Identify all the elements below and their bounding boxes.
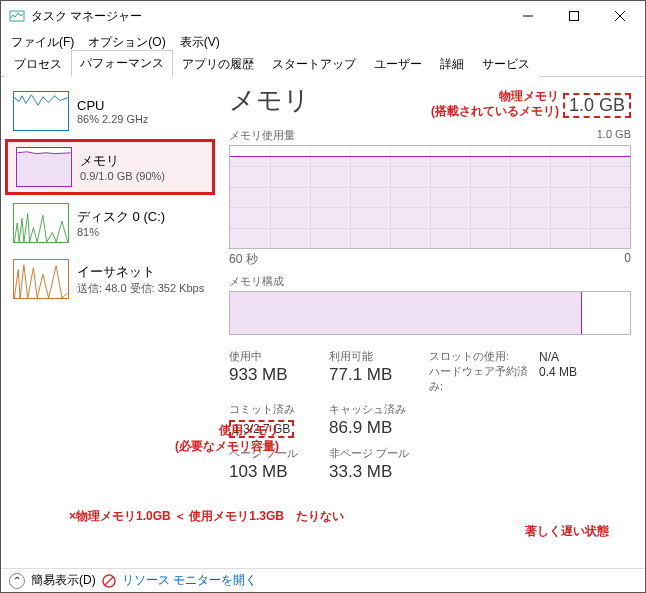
inuse-label: 使用中: [229, 349, 329, 364]
window-title: タスク マネージャー: [31, 8, 505, 25]
menu-file[interactable]: ファイル(F): [5, 32, 80, 53]
tab-processes[interactable]: プロセス: [5, 51, 71, 77]
tab-details[interactable]: 詳細: [431, 51, 473, 77]
close-button[interactable]: [597, 1, 643, 31]
annotation-physical: 物理メモリ (搭載されているメモリ): [431, 89, 559, 118]
axis-right: 0: [624, 251, 631, 268]
memory-composition-chart: [229, 291, 631, 335]
tab-performance[interactable]: パフォーマンス: [71, 50, 173, 77]
titlebar: タスク マネージャー: [1, 1, 645, 31]
tabbar: プロセス パフォーマンス アプリの履歴 スタートアップ ユーザー 詳細 サービス: [1, 53, 645, 77]
sidebar-item-memory[interactable]: メモリ0.9/1.0 GB (90%): [5, 139, 215, 195]
resmon-icon: [102, 574, 116, 588]
cache-val: 86.9 MB: [329, 418, 429, 438]
sidebar-item-cpu[interactable]: CPU86% 2.29 GHz: [5, 83, 215, 139]
composition-label: メモリ構成: [229, 274, 631, 289]
usage-label: メモリ使用量: [229, 128, 295, 143]
cpu-sub: 86% 2.29 GHz: [77, 113, 149, 125]
sidebar-item-disk[interactable]: ディスク 0 (C:)81%: [5, 195, 215, 251]
page-title: メモリ: [229, 83, 310, 118]
ethernet-thumb: [13, 259, 69, 299]
cpu-name: CPU: [77, 98, 149, 113]
app-icon: [9, 8, 25, 24]
ethernet-sub: 送信: 48.0 受信: 352 Kbps: [77, 281, 204, 296]
resmon-link[interactable]: リソース モニターを開く: [122, 572, 257, 589]
footer: ⌃ 簡易表示(D) リソース モニターを開く: [1, 568, 645, 592]
main-panel: メモリ 物理メモリ (搭載されているメモリ) 1.0 GB メモリ使用量 1.0…: [219, 77, 645, 568]
collapse-icon[interactable]: ⌃: [9, 573, 25, 589]
sidebar: CPU86% 2.29 GHz メモリ0.9/1.0 GB (90%) ディスク…: [1, 77, 219, 568]
tab-services[interactable]: サービス: [473, 51, 539, 77]
memory-sub: 0.9/1.0 GB (90%): [80, 170, 165, 182]
maximize-button[interactable]: [551, 1, 597, 31]
nonpaged-label: 非ページ プール: [329, 446, 429, 461]
sidebar-item-ethernet[interactable]: イーサネット送信: 48.0 受信: 352 Kbps: [5, 251, 215, 307]
menu-view[interactable]: 表示(V): [174, 32, 226, 53]
annotation-used: 使用メモリ(必要なメモリ容量): [89, 423, 279, 454]
minimize-button[interactable]: [505, 1, 551, 31]
cache-label: キャッシュ済み: [329, 402, 429, 417]
annotation-warn: ×物理メモリ1.0GB ＜ 使用メモリ1.3GB たりない著しく遅い状態: [69, 509, 629, 540]
svg-rect-1: [570, 12, 579, 21]
disk-name: ディスク 0 (C:): [77, 208, 165, 226]
svg-rect-2: [17, 153, 70, 186]
commit-label: コミット済み: [229, 402, 329, 417]
memory-thumb: [16, 147, 72, 187]
slot-label: スロットの使用:: [429, 349, 539, 364]
cpu-thumb: [13, 91, 69, 131]
avail-val: 77.1 MB: [329, 365, 429, 385]
nonpaged-val: 33.3 MB: [329, 462, 429, 482]
tab-startup[interactable]: スタートアップ: [263, 51, 365, 77]
memory-name: メモリ: [80, 152, 165, 170]
disk-sub: 81%: [77, 226, 165, 238]
total-memory: 1.0 GB: [563, 93, 631, 118]
stats-grid: 使用中933 MB 利用可能77.1 MB スロットの使用:ハードウェア予約済み…: [229, 345, 631, 486]
simple-view-button[interactable]: 簡易表示(D): [31, 572, 96, 589]
axis-left: 60 秒: [229, 251, 258, 268]
disk-thumb: [13, 203, 69, 243]
hw-label: ハードウェア予約済み:: [429, 364, 539, 394]
paged-val: 103 MB: [229, 462, 329, 482]
avail-label: 利用可能: [329, 349, 429, 364]
usage-max: 1.0 GB: [597, 128, 631, 143]
ethernet-name: イーサネット: [77, 263, 204, 281]
hw-val: 0.4 MB: [539, 365, 609, 379]
inuse-val: 933 MB: [229, 365, 329, 385]
tab-users[interactable]: ユーザー: [365, 51, 431, 77]
slot-val: N/A: [539, 350, 609, 364]
tab-apphistory[interactable]: アプリの履歴: [173, 51, 263, 77]
memory-usage-chart: [229, 145, 631, 249]
